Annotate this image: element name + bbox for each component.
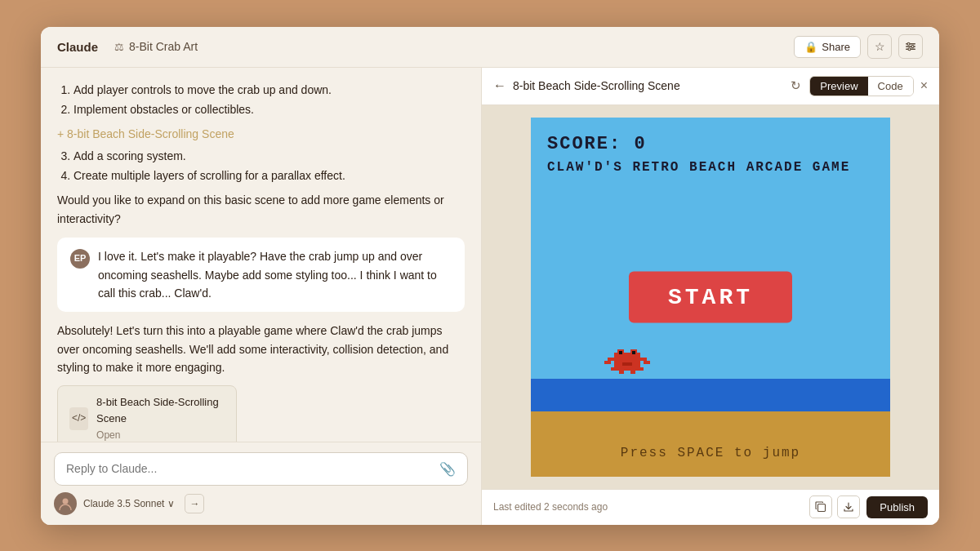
project-info: ⚖ 8-Bit Crab Art	[114, 40, 198, 53]
chat-messages[interactable]: Add player controls to move the crab up …	[41, 68, 481, 442]
settings-button[interactable]	[898, 34, 923, 59]
start-button[interactable]: START	[629, 271, 792, 322]
assistant-text: Absolutely! Let's turn this into a playa…	[57, 322, 465, 376]
game-canvas: SCORE: 0 CLAW'D'S RETRO BEACH ARCADE GAM…	[531, 118, 890, 477]
user-avatar-small	[54, 492, 77, 515]
svg-point-4	[911, 46, 914, 48]
artifact-name: 8-bit Beach Side-Scrolling Scene	[96, 394, 225, 429]
copy-artifact-button[interactable]	[809, 495, 832, 518]
assistant-message-2: Absolutely! Let's turn this into a playa…	[57, 322, 465, 441]
game-subtitle: CLAW'D'S RETRO BEACH ARCADE GAME	[547, 160, 850, 175]
list-item: Add a scoring system.	[74, 147, 465, 165]
refresh-icon[interactable]: ↻	[791, 78, 801, 93]
user-message-text: I love it. Let's make it playable? Have …	[98, 247, 452, 302]
last-edited-text: Last edited 2 seconds ago	[493, 501, 804, 513]
list-item: Create multiple layers of scrolling for …	[74, 167, 465, 184]
star-button[interactable]: ☆	[867, 34, 892, 59]
code-icon: </>	[69, 407, 88, 430]
header: Claude ⚖ 8-Bit Crab Art 🔒 Share ☆	[41, 27, 939, 68]
svg-rect-14	[604, 361, 611, 364]
sand-ground	[531, 411, 890, 477]
tab-preview[interactable]: Preview	[810, 77, 867, 96]
content-area: Add player controls to move the crab up …	[41, 68, 939, 525]
tab-code[interactable]: Code	[868, 77, 913, 96]
close-icon[interactable]: ×	[920, 78, 928, 93]
press-space-text: Press SPACE to jump	[621, 446, 800, 460]
preview-tab-group: Preview Code	[809, 76, 913, 96]
svg-rect-19	[630, 371, 635, 374]
model-selector[interactable]: Claude 3.5 Sonnet ∨	[83, 498, 175, 509]
svg-rect-11	[619, 351, 622, 354]
svg-point-3	[907, 42, 910, 45]
lock-icon: 🔒	[804, 41, 817, 53]
water-ground	[531, 379, 890, 411]
artifact-tag: + 8-bit Beach Side-Scrolling Scene	[57, 125, 465, 143]
svg-rect-18	[619, 371, 624, 374]
game-score: SCORE: 0	[547, 134, 647, 154]
list-item: Add player controls to move the crab up …	[74, 81, 465, 99]
back-icon[interactable]: ←	[493, 78, 506, 93]
main-window: Claude ⚖ 8-Bit Crab Art 🔒 Share ☆	[41, 27, 939, 525]
game-preview: SCORE: 0 CLAW'D'S RETRO BEACH ARCADE GAM…	[482, 105, 939, 489]
svg-rect-15	[640, 358, 647, 361]
svg-rect-22	[818, 504, 826, 512]
list-item: Implement obstacles or collectibles.	[74, 100, 465, 118]
reply-box: 📎	[54, 452, 468, 486]
svg-point-5	[908, 48, 911, 51]
svg-rect-17	[611, 367, 616, 371]
svg-point-7	[63, 498, 69, 504]
preview-header: ← 8-bit Beach Side-Scrolling Scene ↻ Pre…	[482, 68, 939, 105]
followup-text: Would you like to expand on this basic s…	[57, 191, 465, 228]
send-button[interactable]: →	[185, 494, 204, 513]
preview-footer: Last edited 2 seconds ago Publish	[482, 489, 939, 525]
svg-rect-12	[632, 351, 635, 354]
preview-panel: ← 8-bit Beach Side-Scrolling Scene ↻ Pre…	[482, 68, 939, 525]
svg-rect-21	[622, 362, 632, 366]
user-avatar: EP	[70, 249, 90, 269]
chat-input-area: 📎 Claude 3.5 Sonnet ∨ →	[41, 442, 481, 525]
artifact-open: Open	[96, 428, 225, 441]
reply-input[interactable]	[66, 462, 439, 475]
download-button[interactable]	[837, 495, 860, 518]
crab-sprite	[604, 340, 650, 380]
project-name: 8-Bit Crab Art	[129, 40, 198, 53]
attach-icon[interactable]: 📎	[439, 461, 456, 477]
svg-rect-20	[639, 367, 644, 371]
chat-panel: Add player controls to move the crab up …	[41, 68, 482, 525]
share-button[interactable]: 🔒 Share	[794, 36, 861, 58]
preview-title: 8-bit Beach Side-Scrolling Scene	[513, 79, 791, 92]
chevron-down-icon: ∨	[167, 498, 175, 509]
svg-rect-13	[608, 358, 614, 361]
chat-footer-row: Claude 3.5 Sonnet ∨ →	[54, 492, 468, 515]
project-icon: ⚖	[114, 41, 124, 53]
app-logo: Claude	[57, 40, 98, 54]
user-message-1: EP I love it. Let's make it playable? Ha…	[57, 238, 465, 312]
svg-rect-16	[644, 361, 650, 364]
model-label: Claude 3.5 Sonnet	[83, 498, 164, 509]
artifact-card[interactable]: </> 8-bit Beach Side-Scrolling Scene Ope…	[57, 385, 237, 442]
publish-button[interactable]: Publish	[866, 496, 928, 518]
header-actions: 🔒 Share ☆	[794, 34, 923, 59]
assistant-message-1: Add player controls to move the crab up …	[57, 81, 465, 229]
